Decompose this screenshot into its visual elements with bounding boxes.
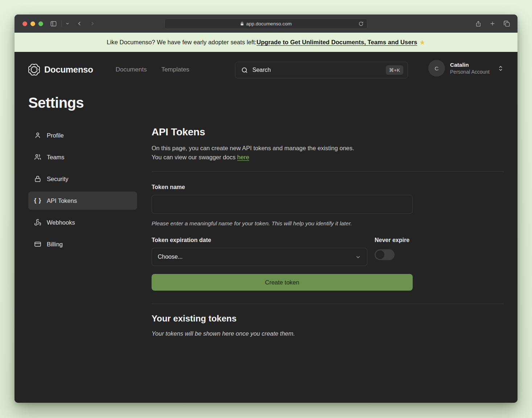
never-expire-toggle[interactable] <box>375 249 395 260</box>
documenso-logo-icon <box>28 64 40 75</box>
sidebar-item-webhooks[interactable]: Webhooks <box>28 213 137 231</box>
toggle-knob <box>376 250 384 259</box>
search-shortcut: ⌘+K <box>386 65 403 75</box>
search-input[interactable]: Search ⌘+K <box>235 62 408 78</box>
star-icon: ★ <box>419 38 425 46</box>
close-window-button[interactable] <box>22 21 27 26</box>
search-icon <box>241 67 248 74</box>
sidebar-item-label: Security <box>47 176 69 183</box>
user-icon <box>34 132 41 139</box>
browser-window: app.documenso.com Like Documenso? We hav… <box>15 15 517 403</box>
account-menu[interactable]: C Catalin Personal Account <box>428 60 504 77</box>
reload-icon[interactable] <box>358 21 364 26</box>
lock-icon <box>34 175 41 183</box>
chevrons-up-down-icon <box>498 65 504 71</box>
main-nav: Documents Templates <box>116 66 189 73</box>
nav-documents[interactable]: Documents <box>116 66 147 73</box>
lock-icon <box>240 21 244 26</box>
toolbar-divider <box>61 20 62 27</box>
upgrade-link[interactable]: Upgrade to Get Unlimited Documents, Team… <box>256 39 417 46</box>
brand-name: Documenso <box>44 65 93 75</box>
traffic-lights <box>22 21 43 26</box>
sidebar-item-profile[interactable]: Profile <box>28 126 137 144</box>
sidebar-item-teams[interactable]: Teams <box>28 148 137 166</box>
section-description-line2: You can view our swagger docs <box>152 154 237 160</box>
share-icon[interactable] <box>475 20 482 27</box>
search-label: Search <box>252 67 382 73</box>
address-bar[interactable]: app.documenso.com <box>164 19 367 29</box>
token-name-input[interactable] <box>152 195 413 214</box>
token-name-label: Token name <box>152 184 413 190</box>
expiration-select-value: Choose... <box>158 254 182 260</box>
credit-card-icon <box>34 241 41 248</box>
forward-button[interactable] <box>89 20 96 27</box>
url-text: app.documenso.com <box>246 21 292 26</box>
app-content: Documenso Documents Templates Search ⌘+K… <box>15 52 517 403</box>
section-description-line1: On this page, you can create new API tok… <box>152 145 354 151</box>
sidebar-toggle-icon[interactable] <box>50 20 57 27</box>
banner-text: Like Documenso? We have few early adopte… <box>107 39 256 46</box>
webhook-icon <box>34 219 41 226</box>
chevron-down-icon[interactable] <box>65 21 70 26</box>
existing-tokens-heading: Your existing tokens <box>152 314 504 324</box>
browser-toolbar: app.documenso.com <box>15 15 517 33</box>
existing-tokens-empty-text: Your tokens will be shown here once you … <box>152 330 504 337</box>
tab-overview-icon[interactable] <box>503 20 510 27</box>
new-tab-icon[interactable] <box>489 20 496 27</box>
sidebar-item-label: Profile <box>47 132 64 139</box>
token-expiration-label: Token expiration date <box>152 237 367 243</box>
page-title: Settings <box>28 95 504 111</box>
swagger-docs-link[interactable]: here <box>237 154 249 160</box>
back-button[interactable] <box>76 20 83 27</box>
nav-templates[interactable]: Templates <box>161 66 189 73</box>
divider <box>152 304 504 304</box>
create-token-button[interactable]: Create token <box>152 274 413 291</box>
sidebar-item-label: API Tokens <box>47 197 77 204</box>
promo-banner: Like Documenso? We have few early adopte… <box>15 33 517 52</box>
expiration-select[interactable]: Choose... <box>152 248 367 266</box>
minimize-window-button[interactable] <box>30 21 35 26</box>
users-icon <box>34 153 41 161</box>
sidebar-item-security[interactable]: Security <box>28 170 137 188</box>
avatar: C <box>428 60 445 77</box>
braces-icon: { } <box>34 197 41 204</box>
account-name: Catalin <box>450 62 490 68</box>
sidebar-item-billing[interactable]: Billing <box>28 235 137 253</box>
account-type: Personal Account <box>450 69 490 75</box>
sidebar-item-label: Webhooks <box>47 219 75 226</box>
settings-sidebar: Profile Teams Security { } API Token <box>28 126 137 337</box>
brand[interactable]: Documenso <box>28 64 93 75</box>
divider <box>152 171 504 172</box>
token-name-hint: Please enter a meaningful name for your … <box>152 220 413 227</box>
chevron-down-icon <box>355 254 361 260</box>
app-header: Documenso Documents Templates Search ⌘+K… <box>28 52 504 78</box>
sidebar-item-label: Teams <box>47 154 65 161</box>
section-heading: API Tokens <box>152 126 504 138</box>
zoom-window-button[interactable] <box>38 21 43 26</box>
sidebar-item-api-tokens[interactable]: { } API Tokens <box>28 192 137 210</box>
sidebar-item-label: Billing <box>47 241 63 248</box>
api-tokens-panel: API Tokens On this page, you can create … <box>152 126 504 337</box>
never-expire-label: Never expire <box>375 237 413 243</box>
